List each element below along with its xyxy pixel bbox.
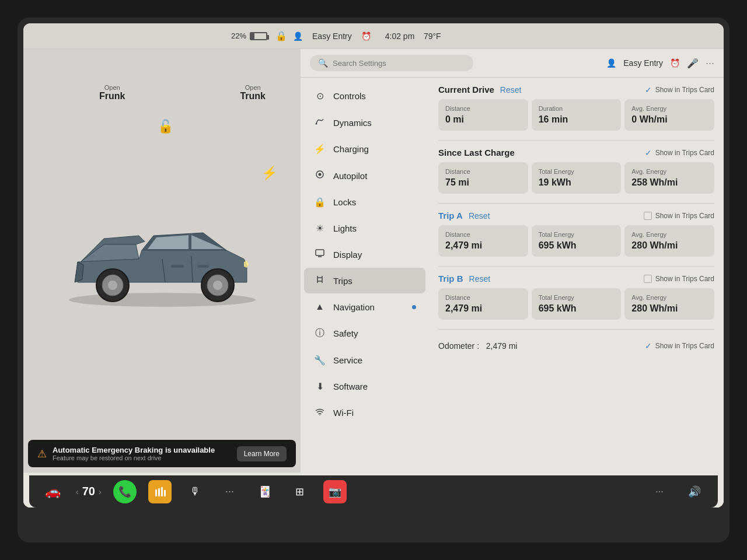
frunk-label[interactable]: Open Frunk [99, 84, 125, 102]
svg-point-6 [213, 281, 222, 290]
trip-b-checkbox[interactable] [644, 275, 652, 283]
battery-icon [250, 32, 267, 40]
right-panel: 🔍 👤 Easy Entry ⏰ 🎤 ··· [301, 49, 724, 508]
autopilot-icon [313, 170, 326, 181]
trip-b-stats: Distance 2,479 mi Total Energy 695 kWh A… [438, 288, 714, 320]
car-svg [46, 192, 279, 309]
taskbar-more-button[interactable]: ··· [648, 480, 671, 503]
svg-rect-17 [155, 489, 157, 496]
trip-a-header: Trip A Reset Show in Trips Card [438, 211, 714, 220]
svg-rect-10 [197, 265, 209, 268]
taskbar-car-button[interactable]: 🚗 [41, 480, 64, 503]
svg-point-13 [319, 173, 322, 176]
battery-percentage: 22% [231, 32, 246, 40]
trip-a-checkbox[interactable] [644, 212, 652, 220]
main-screen: 22% 🔒 👤 Easy Entry ⏰ 4:02 pm 79°F [23, 23, 724, 508]
menu-item-service[interactable]: 🔧 Service [304, 348, 425, 373]
header-mic-icon[interactable]: 🎤 [687, 58, 699, 69]
search-box[interactable]: 🔍 [310, 55, 473, 71]
current-drive-energy-label: Avg. Energy [631, 105, 707, 112]
status-center: 👤 Easy Entry ⏰ 4:02 pm 79°F [293, 32, 441, 41]
trip-a-distance-cell: Distance 2,479 mi [438, 225, 528, 257]
trip-b-header: Trip B Reset Show in Trips Card [438, 274, 714, 284]
menu-item-display[interactable]: Display [304, 242, 425, 267]
divider-4 [438, 329, 714, 330]
trip-b-section: Trip B Reset Show in Trips Card Distance [438, 274, 714, 320]
trip-b-energy-cell: Total Energy 695 kWh [532, 288, 622, 320]
taskbar-camera-button[interactable]: 📷 [323, 480, 347, 503]
trip-b-reset-button[interactable]: Reset [469, 274, 491, 284]
car-visual-area: Open Frunk Open Trunk 🔓 ⚡ [23, 49, 301, 440]
display-icon [313, 249, 326, 260]
taskbar-music-button[interactable] [148, 480, 172, 503]
menu-item-controls[interactable]: ⊙ Controls [304, 83, 425, 108]
device-bezel: 22% 🔒 👤 Easy Entry ⏰ 4:02 pm 79°F [18, 18, 729, 542]
trunk-text: Trunk [240, 91, 266, 102]
controls-icon: ⊙ [313, 90, 326, 102]
header-more-icon[interactable]: ··· [706, 57, 714, 69]
trip-b-energy-value: 695 kWh [539, 303, 615, 314]
svg-point-3 [108, 281, 117, 290]
header-alarm-icon: ⏰ [670, 58, 680, 68]
trip-a-show-label: Show in Trips Card [655, 212, 714, 220]
speed-right-arrow[interactable]: › [99, 487, 102, 496]
divider-3 [438, 266, 714, 267]
trip-a-reset-button[interactable]: Reset [469, 211, 490, 220]
taskbar-phone-button[interactable]: 📞 [113, 480, 137, 503]
service-label: Service [333, 355, 362, 365]
trip-a-energy-label: Total Energy [539, 231, 615, 238]
current-drive-stats: Distance 0 mi Duration 16 min Avg. Energ… [438, 99, 714, 131]
alert-text-block: Automatic Emergency Braking is unavailab… [53, 446, 231, 461]
menu-item-dynamics[interactable]: Dynamics [304, 110, 425, 135]
service-icon: 🔧 [313, 355, 326, 366]
slc-avg-energy-value: 258 Wh/mi [631, 177, 707, 188]
wifi-label: Wi-Fi [333, 408, 354, 418]
taskbar-grid-button[interactable]: ⊞ [288, 480, 312, 503]
since-last-charge-section: Since Last Charge ✓ Show in Trips Card D… [438, 148, 714, 194]
taskbar-volume-button[interactable]: 🔊 [683, 480, 706, 503]
trunk-label[interactable]: Open Trunk [240, 84, 266, 102]
trip-a-avg-cell: Avg. Energy 280 Wh/mi [624, 225, 714, 257]
status-alarm-icon: ⏰ [361, 32, 371, 41]
safety-label: Safety [333, 328, 358, 338]
menu-item-locks[interactable]: 🔒 Locks [304, 190, 425, 215]
menu-item-trips[interactable]: Trips [304, 268, 425, 293]
since-last-charge-show-label: Show in Trips Card [655, 149, 714, 157]
trip-b-distance-cell: Distance 2,479 mi [438, 288, 528, 320]
current-drive-duration-cell: Duration 16 min [532, 99, 622, 131]
settings-header: 🔍 👤 Easy Entry ⏰ 🎤 ··· [301, 49, 724, 78]
trip-a-distance-label: Distance [445, 231, 521, 238]
trips-icon [313, 275, 326, 286]
display-label: Display [333, 250, 362, 260]
menu-item-autopilot[interactable]: Autopilot [304, 163, 425, 188]
taskbar: 🚗 ‹ 70 › 📞 🎙 ··· 🃏 ⊞ 📷 ··· 🔊 [29, 475, 718, 508]
current-drive-energy-value: 0 Wh/mi [631, 114, 707, 125]
speed-left-arrow[interactable]: ‹ [76, 487, 79, 496]
battery-fill [251, 33, 254, 39]
taskbar-card-button[interactable]: 🃏 [253, 480, 277, 503]
current-drive-duration-label: Duration [539, 105, 615, 112]
current-drive-reset-button[interactable]: Reset [500, 85, 522, 94]
trip-b-energy-label: Total Energy [539, 294, 615, 301]
menu-item-charging[interactable]: ⚡ Charging [304, 136, 425, 162]
menu-item-lights[interactable]: ☀ Lights [304, 216, 425, 241]
car-illustration-container [35, 107, 289, 393]
main-content-area: Open Frunk Open Trunk 🔓 ⚡ [23, 49, 724, 508]
menu-item-navigation[interactable]: ▲ Navigation [304, 295, 425, 319]
trunk-open-text: Open [240, 84, 266, 91]
taskbar-dots-button[interactable]: ··· [218, 480, 242, 503]
trip-b-show-trips: Show in Trips Card [644, 275, 714, 283]
menu-item-software[interactable]: ⬇ Software [304, 374, 425, 399]
alert-bar: ⚠ Automatic Emergency Braking is unavail… [28, 440, 296, 467]
taskbar-voice-button[interactable]: 🎙 [183, 480, 207, 503]
current-drive-title: Current Drive [438, 85, 494, 94]
menu-item-safety[interactable]: ⓘ Safety [304, 320, 425, 346]
learn-more-button[interactable]: Learn More [237, 446, 287, 461]
menu-item-wifi[interactable]: Wi-Fi [304, 400, 425, 425]
trip-a-energy-value: 695 kWh [539, 240, 615, 251]
header-easy-entry-label: Easy Entry [623, 58, 663, 68]
search-input[interactable] [333, 59, 465, 68]
navigation-icon: ▲ [313, 302, 326, 312]
odometer-text: Odometer : 2,479 mi [438, 341, 517, 351]
settings-menu: ⊙ Controls Dynamics ⚡ Charging [301, 78, 429, 508]
